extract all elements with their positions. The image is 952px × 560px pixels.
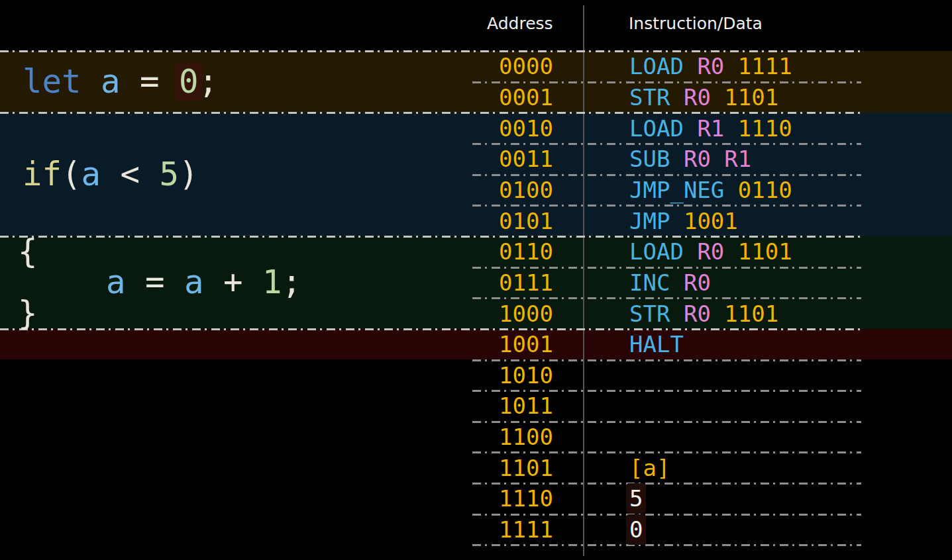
- token-register: R0: [684, 84, 711, 111]
- token-opcode: STR: [629, 301, 670, 327]
- address-cell: 0001: [499, 86, 553, 109]
- token-punct: =: [126, 266, 185, 299]
- address-cell: 1001: [499, 333, 553, 355]
- token-operand: 1001: [684, 208, 738, 234]
- instruction-cell: LOAD R0 1111: [629, 55, 792, 77]
- address-cell: 0110: [499, 240, 553, 263]
- address-cell: 1010: [499, 364, 553, 387]
- address-cell: 0010: [499, 117, 553, 140]
- instruction-cell: LOAD R1 1110: [629, 117, 792, 140]
- memory-row-0100: 0100JMP_NEG 0110: [472, 175, 870, 206]
- address-cell: 0101: [499, 210, 553, 232]
- token-opcode: STR: [629, 84, 670, 111]
- instruction-cell: JMP_NEG 0110: [629, 179, 792, 201]
- token-operand: 1111: [738, 53, 792, 79]
- token-data: 0: [626, 514, 646, 545]
- instruction-cell: 0: [629, 518, 643, 541]
- address-cell: 1110: [499, 487, 553, 510]
- token-opcode: JMP: [629, 208, 670, 234]
- instruction-column-header: Instruction/Data: [629, 14, 763, 33]
- memory-row-0110: 0110LOAD R0 1101: [472, 236, 870, 267]
- memory-row-1000: 1000STR R0 1101: [472, 298, 870, 329]
- token-operand: [a]: [629, 455, 670, 481]
- token-operand: 1101: [724, 301, 778, 327]
- token-variable: a: [106, 266, 126, 299]
- token-punct: ;: [282, 266, 302, 299]
- token-register: R0: [684, 301, 711, 327]
- token-operand: 1101: [724, 84, 778, 111]
- memory-row-1111: 11110: [472, 514, 870, 545]
- code-if-statement: if(a < 5): [23, 158, 199, 191]
- instruction-cell: JMP 1001: [629, 210, 738, 232]
- address-cell: 0011: [499, 148, 553, 170]
- address-cell: 0100: [499, 179, 553, 201]
- memory-row-1010: 1010: [472, 360, 870, 391]
- token-operand: 1101: [738, 238, 792, 265]
- token-punct: =: [121, 66, 180, 98]
- token-opcode: HALT: [629, 331, 684, 357]
- token-register: R0: [697, 238, 724, 265]
- instruction-cell: LOAD R0 1101: [629, 240, 792, 263]
- token-opcode: INC: [629, 269, 670, 296]
- instruction-cell: INC R0: [629, 271, 711, 294]
- memory-row-0010: 0010LOAD R1 1110: [472, 113, 870, 144]
- address-column-header: Address: [487, 14, 553, 33]
- token-register: R1: [697, 115, 724, 142]
- code-close-brace: }: [18, 297, 38, 330]
- memory-row-1100: 1100: [472, 422, 870, 453]
- instruction-cell: STR R0 1101: [629, 86, 778, 109]
- address-cell: 1000: [499, 303, 553, 325]
- token-opcode: LOAD: [629, 53, 684, 79]
- token-punct: ): [179, 158, 199, 191]
- address-cell: 1111: [499, 518, 553, 541]
- token-literal: 1: [262, 266, 282, 299]
- code-open-brace: {: [18, 235, 38, 268]
- token-literal: 5: [160, 158, 180, 191]
- memory-row-0111: 0111INC R0: [472, 267, 870, 299]
- address-cell: 1100: [499, 426, 553, 448]
- token-register: R0: [684, 146, 711, 172]
- token-punct: ;: [199, 66, 219, 98]
- token-variable: a: [101, 66, 121, 98]
- address-cell: 0000: [499, 55, 553, 77]
- memory-row-0011: 0011SUB R0 R1: [472, 144, 870, 175]
- token-operand: 0110: [738, 177, 792, 203]
- token-register: R0: [697, 53, 724, 79]
- token-variable: a: [184, 266, 204, 299]
- instruction-cell: STR R0 1101: [629, 303, 778, 325]
- memory-row-1110: 11105: [472, 483, 870, 514]
- token-variable: a: [81, 158, 101, 191]
- token-opcode: LOAD: [629, 115, 684, 142]
- memory-row-1101: 1101[a]: [472, 452, 870, 483]
- instruction-cell: [a]: [629, 457, 670, 479]
- memory-row-1001: 1001HALT: [472, 329, 870, 360]
- address-cell: 1101: [499, 457, 553, 479]
- memory-row-0001: 0001STR R0 1101: [472, 82, 870, 113]
- code-body-statement: a = a + 1;: [106, 266, 301, 299]
- token-kw2: if: [23, 158, 62, 191]
- memory-row-0000: 0000LOAD R0 1111: [472, 51, 870, 82]
- token-operand: 1110: [738, 115, 792, 142]
- token-keyword: let: [23, 66, 81, 98]
- instruction-cell: 5: [629, 487, 643, 510]
- token-punct: }: [18, 297, 38, 330]
- token-punct: (: [62, 158, 81, 191]
- token-punct: +: [204, 266, 263, 299]
- token-punct: [81, 66, 101, 98]
- token-register: R1: [724, 146, 751, 172]
- address-cell: 0111: [499, 271, 553, 294]
- token-punct: {: [18, 236, 38, 268]
- token-punct: <: [101, 158, 160, 191]
- token-opcode: SUB: [629, 146, 670, 172]
- token-register: R0: [684, 269, 711, 296]
- code-let-statement: let a = 0;: [23, 66, 218, 99]
- instruction-cell: HALT: [629, 333, 684, 355]
- memory-row-1011: 1011: [472, 391, 870, 422]
- instruction-cell: SUB R0 R1: [629, 148, 751, 170]
- token-opcode: LOAD: [629, 238, 684, 265]
- address-cell: 1011: [499, 395, 553, 417]
- code-to-memory-diagram: Address Instruction/Data let a = 0;if(a …: [0, 0, 952, 560]
- token-data: 5: [626, 483, 646, 514]
- token-opcode: JMP_NEG: [629, 177, 724, 203]
- memory-row-0101: 0101JMP 1001: [472, 205, 870, 236]
